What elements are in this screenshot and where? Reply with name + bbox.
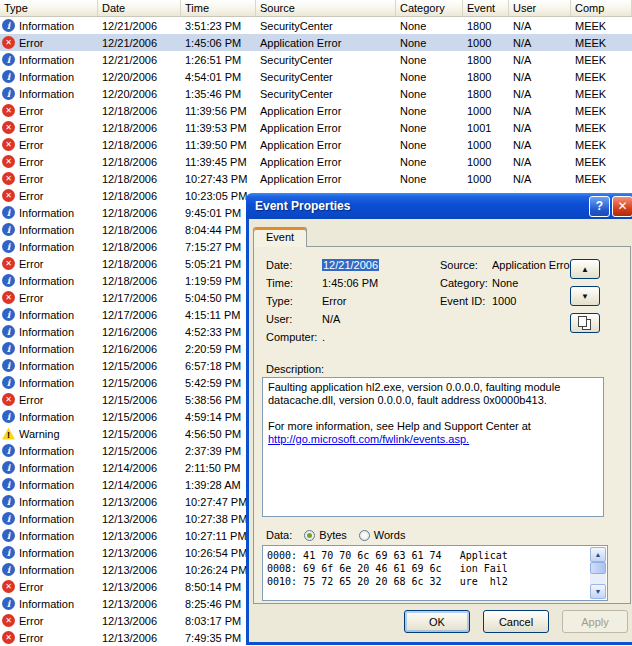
- type-text: Information: [19, 564, 74, 576]
- user-label: User:: [266, 313, 322, 325]
- column-header-computer[interactable]: Comp: [571, 0, 632, 16]
- close-icon[interactable]: ✕: [612, 196, 632, 217]
- type-cell: ✕Error: [0, 631, 98, 644]
- date-cell: 12/18/2006: [98, 241, 181, 253]
- type-text: Information: [19, 207, 74, 219]
- info-icon: i: [2, 325, 15, 338]
- radio-selected-icon: [304, 530, 315, 541]
- column-header-category[interactable]: Category: [396, 0, 463, 16]
- words-radio[interactable]: Words: [359, 529, 406, 541]
- bytes-radio[interactable]: Bytes: [304, 529, 347, 541]
- type-cell: iInformation: [0, 461, 98, 474]
- event-row[interactable]: ✕Error12/18/200611:39:50 PMApplication E…: [0, 136, 632, 153]
- info-icon: i: [2, 19, 15, 32]
- data-label: Data:: [266, 529, 292, 541]
- scroll-up-icon[interactable]: ▲: [590, 547, 606, 562]
- column-header-event[interactable]: Event: [463, 0, 509, 16]
- info-icon: i: [2, 410, 15, 423]
- date-cell: 12/18/2006: [98, 122, 181, 134]
- type-text: Information: [19, 71, 74, 83]
- event-row[interactable]: ✕Error12/21/20061:45:06 PMApplication Er…: [0, 34, 632, 51]
- date-cell: 12/21/2006: [98, 54, 181, 66]
- type-text: Error: [19, 37, 43, 49]
- error-icon: ✕: [2, 36, 15, 49]
- copy-button[interactable]: [570, 313, 600, 333]
- type-cell: iInformation: [0, 512, 98, 525]
- type-cell: ✕Error: [0, 257, 98, 270]
- previous-event-button[interactable]: ▲: [570, 259, 600, 279]
- event-row[interactable]: iInformation12/21/20063:51:23 PMSecurity…: [0, 17, 632, 34]
- date-cell: 12/18/2006: [98, 224, 181, 236]
- event-tab-page: Date: 12/21/2006 Source: Application Err…: [253, 246, 631, 604]
- event-row[interactable]: ✕Error12/18/200610:27:43 PMApplication E…: [0, 170, 632, 187]
- scroll-down-icon[interactable]: ▼: [590, 584, 606, 599]
- computer-cell: MEEK: [571, 139, 632, 151]
- error-icon: ✕: [2, 121, 15, 134]
- error-icon: ✕: [2, 172, 15, 185]
- category-cell: None: [396, 88, 463, 100]
- computer-cell: MEEK: [571, 105, 632, 117]
- time-cell: 9:45:01 PM: [181, 207, 256, 219]
- date-cell: 12/15/2006: [98, 445, 181, 457]
- type-text: Information: [19, 598, 74, 610]
- time-cell: 7:15:27 PM: [181, 241, 256, 253]
- info-icon: i: [2, 206, 15, 219]
- error-icon: ✕: [2, 104, 15, 117]
- category-value: None: [492, 277, 560, 289]
- date-cell: 12/17/2006: [98, 309, 181, 321]
- time-cell: 1:19:59 PM: [181, 275, 256, 287]
- time-cell: 7:49:35 PM: [181, 632, 256, 644]
- help-icon[interactable]: ?: [589, 196, 610, 217]
- type-cell: iInformation: [0, 563, 98, 576]
- column-header-time[interactable]: Time: [181, 0, 256, 16]
- category-cell: None: [396, 37, 463, 49]
- event-row[interactable]: ✕Error12/18/200611:39:45 PMApplication E…: [0, 153, 632, 170]
- time-cell: 5:38:56 PM: [181, 394, 256, 406]
- scroll-thumb[interactable]: [590, 562, 606, 574]
- event-row[interactable]: iInformation12/21/20061:26:51 PMSecurity…: [0, 51, 632, 68]
- time-cell: 10:27:38 PM: [181, 513, 256, 525]
- type-text: Error: [19, 105, 43, 117]
- info-icon: i: [2, 563, 15, 576]
- type-cell: ✕Error: [0, 155, 98, 168]
- info-icon: i: [2, 359, 15, 372]
- scroll-track[interactable]: [590, 562, 606, 584]
- column-header-type[interactable]: Type: [0, 0, 98, 16]
- date-cell: 12/13/2006: [98, 598, 181, 610]
- type-cell: iInformation: [0, 87, 98, 100]
- date-cell: 12/18/2006: [98, 258, 181, 270]
- type-cell: ✕Error: [0, 291, 98, 304]
- type-text: Error: [19, 122, 43, 134]
- column-header-date[interactable]: Date: [98, 0, 181, 16]
- event-row[interactable]: ✕Error12/18/200611:39:56 PMApplication E…: [0, 102, 632, 119]
- hex-scrollbar[interactable]: ▲ ▼: [590, 547, 606, 599]
- date-cell: 12/13/2006: [98, 581, 181, 593]
- event-row[interactable]: ✕Error12/18/200611:39:53 PMApplication E…: [0, 119, 632, 136]
- ok-button[interactable]: OK: [404, 610, 470, 633]
- category-cell: None: [396, 139, 463, 151]
- column-header-user[interactable]: User: [509, 0, 571, 16]
- user-cell: N/A: [509, 105, 571, 117]
- type-text: Information: [19, 513, 74, 525]
- type-cell: iInformation: [0, 223, 98, 236]
- events-link[interactable]: http://go.microsoft.com/fwlink/events.as…: [268, 433, 469, 445]
- type-text: Information: [19, 547, 74, 559]
- type-text: Information: [19, 309, 74, 321]
- next-event-button[interactable]: ▼: [570, 286, 600, 306]
- dialog-titlebar[interactable]: Event Properties ? ✕: [246, 193, 632, 219]
- data-hex-box[interactable]: 0000: 41 70 70 6c 69 63 61 74 Applicat 0…: [262, 545, 608, 601]
- type-text: Information: [19, 224, 74, 236]
- description-box[interactable]: Faulting application hl2.exe, version 0.…: [262, 377, 604, 517]
- cancel-button[interactable]: Cancel: [483, 610, 549, 633]
- event-cell: 1000: [463, 37, 509, 49]
- tab-strip: Event: [253, 227, 307, 247]
- column-header-source[interactable]: Source: [256, 0, 396, 16]
- type-text: Information: [19, 326, 74, 338]
- dialog-title: Event Properties: [255, 199, 589, 213]
- date-cell: 12/13/2006: [98, 615, 181, 627]
- type-cell: iInformation: [0, 206, 98, 219]
- event-row[interactable]: iInformation12/20/20064:54:01 PMSecurity…: [0, 68, 632, 85]
- tab-event[interactable]: Event: [253, 227, 307, 247]
- time-cell: 11:39:53 PM: [181, 122, 256, 134]
- event-row[interactable]: iInformation12/20/20061:35:46 PMSecurity…: [0, 85, 632, 102]
